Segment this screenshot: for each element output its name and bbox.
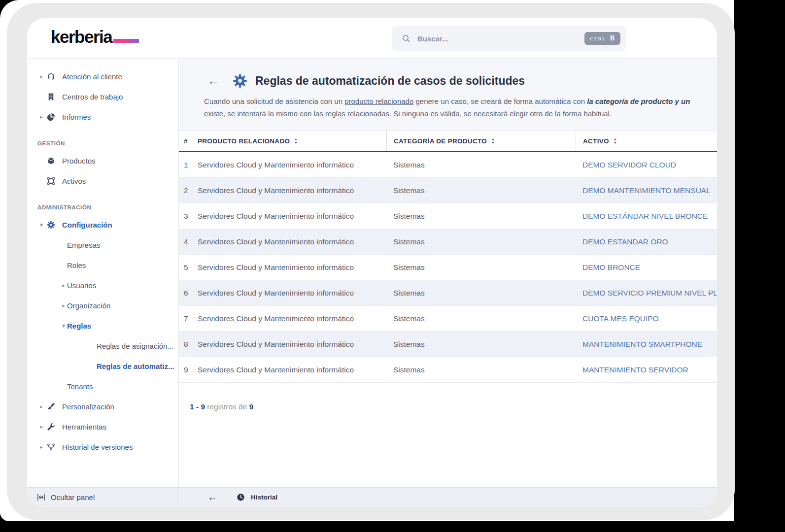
sidebar-item[interactable]: Tenants [27,376,178,397]
page-description-line1: Cuando una solicitud de asistencia con u… [204,95,717,107]
table-row[interactable]: 4Servidores Cloud y Mantenimiento inform… [179,229,717,255]
sidebar-item-label: Reglas de automatiz... [97,362,174,370]
chevron-right-icon[interactable]: ▸ [38,73,45,80]
sidebar-item[interactable]: Productos [27,151,178,171]
hide-panel-button[interactable]: Ocultar panel [27,487,178,507]
history-button[interactable]: Historial [251,494,277,501]
collapse-panel-icon [37,493,45,501]
sidebar-item[interactable]: Reglas de automatiz... [27,356,178,376]
table-row[interactable]: 2Servidores Cloud y Mantenimiento inform… [179,178,717,203]
row-number-cell: 3 [179,212,198,221]
sidebar-item-label: Activos [62,177,86,185]
sidebar-item-label: Personalización [62,402,114,411]
activo-link[interactable]: DEMO SERVICIO PREMIUM NIVEL PL [576,289,717,298]
sidebar-item[interactable]: Empresas [27,235,178,255]
activo-link[interactable]: DEMO BRONCE [576,263,717,272]
page-title: Reglas de automatización de casos de sol… [255,74,525,88]
back-arrow-button[interactable]: ← [207,75,219,87]
producto-relacionado-cell: Servidores Cloud y Mantenimiento informá… [198,263,386,272]
hide-panel-label: Ocultar panel [51,493,95,501]
sidebar-item-label: Atención al cliente [62,72,122,81]
categoria-cell: Sistemas [386,237,576,246]
producto-relacionado-link[interactable]: producto relacionado [344,97,413,105]
producto-relacionado-cell: Servidores Cloud y Mantenimiento informá… [198,289,386,298]
table-row[interactable]: 1Servidores Cloud y Mantenimiento inform… [179,152,717,178]
activo-link[interactable]: MANTENIMIENTO SERVIDOR [576,366,717,374]
sidebar-item[interactable]: ▸Personalización [27,397,178,417]
sidebar-item[interactable]: Roles [27,255,178,275]
main-content: ← Reglas de automatización de casos de s… [179,59,717,507]
search-input[interactable]: Buscar... CTRL B [392,26,626,51]
chevron-down-icon[interactable]: ▾ [38,222,45,228]
desc-text: genere un caso, se creará de forma autom… [413,97,587,105]
table-row[interactable]: 6Servidores Cloud y Mantenimiento inform… [179,280,717,306]
row-number-cell: 7 [179,314,198,323]
desc-emphasis: la categoría de producto y un [587,97,690,105]
column-header-num: # [179,131,198,151]
sort-icon[interactable] [491,138,495,144]
page-description-line2: existe, se intentará lo mismo con las re… [204,107,717,120]
table-row[interactable]: 3Servidores Cloud y Mantenimiento inform… [179,203,717,229]
records-middle: registros de [207,402,247,411]
sidebar-item[interactable]: Reglas de asignación... [27,336,178,356]
row-number-cell: 9 [179,366,198,374]
records-total: 9 [249,402,254,411]
column-header-categoria[interactable]: CATEGORÍA DE PRODUCTO [386,131,576,151]
brand-logo[interactable]: kerberia [51,27,139,47]
row-number-cell: 6 [179,289,198,298]
table-header-row: # PRODUCTO RELACIONADO CATEGORÍA DE PROD… [179,130,717,152]
sidebar-item[interactable]: ▸Atención al cliente [27,66,178,87]
chevron-down-icon[interactable]: ▾ [60,323,67,329]
activo-link[interactable]: MANTENIMIENTO SMARTPHONE [576,340,717,349]
row-number-cell: 4 [179,237,198,246]
table-row[interactable]: 5Servidores Cloud y Mantenimiento inform… [179,255,717,280]
chevron-right-icon[interactable]: ▸ [60,282,67,289]
main-spacer [179,411,717,487]
sidebar-item[interactable]: ▸Historial de versiones [27,437,178,457]
activo-link[interactable]: CUOTA MES EQUIPO [576,314,717,323]
sidebar-item[interactable]: ▸Usuarios [27,275,178,296]
history-clock-icon [237,493,245,501]
chevron-right-icon[interactable]: ▸ [60,302,67,309]
row-number-cell: 2 [179,186,198,195]
sidebar-item[interactable]: Centros de trabajo [27,87,178,107]
sidebar-item-label: Centros de trabajo [62,93,123,101]
table-row[interactable]: 9Servidores Cloud y Mantenimiento inform… [179,357,717,383]
sidebar-item[interactable]: Activos [27,171,178,191]
column-header-activo[interactable]: ACTIVO [576,131,717,151]
chevron-right-icon[interactable]: ▸ [38,403,45,410]
sidebar-item[interactable]: ▾Reglas [27,316,178,336]
sidebar-item[interactable]: ▸Organización [27,296,178,316]
activo-link[interactable]: DEMO SERVIDOR CLOUD [576,161,717,169]
activo-link[interactable]: DEMO ESTÁNDAR NIVEL BRONCE [576,212,717,221]
sidebar-item-label: Roles [67,261,86,269]
page-header: ← Reglas de automatización de casos de s… [179,59,717,130]
table-row[interactable]: 8Servidores Cloud y Mantenimiento inform… [179,332,717,357]
categoria-cell: Sistemas [386,366,576,374]
activo-link[interactable]: DEMO ESTANDAR ORO [576,237,717,246]
sort-icon[interactable] [613,138,617,144]
paintbrush-icon [47,402,55,411]
sidebar-item-label: Historial de versiones [62,443,133,451]
chevron-right-icon[interactable]: ▸ [38,444,45,450]
table-row[interactable]: 7Servidores Cloud y Mantenimiento inform… [179,306,717,332]
sidebar-item[interactable]: ▸Herramientas [27,417,178,437]
building-icon [47,93,55,101]
sort-icon[interactable] [294,138,298,144]
chevron-right-icon[interactable]: ▸ [38,114,45,120]
categoria-cell: Sistemas [386,263,576,272]
column-header-producto[interactable]: PRODUCTO RELACIONADO [198,131,386,151]
cube-icon [47,157,55,165]
sidebar-item[interactable]: ▾Configuración [27,215,178,235]
categoria-cell: Sistemas [386,186,576,195]
categoria-cell: Sistemas [386,212,576,221]
sidebar-item-label: Reglas de asignación... [97,342,173,350]
chevron-right-icon[interactable]: ▸ [38,424,45,430]
activo-link[interactable]: DEMO MANTENIMIENTO MENSUAL [576,186,717,195]
footer-back-arrow-button[interactable]: ← [207,492,217,503]
sidebar-section-label: GESTIÓN [27,136,178,151]
sidebar-item-label: Herramientas [62,423,106,431]
categoria-cell: Sistemas [386,161,576,169]
sidebar-item-label: Tenants [67,382,93,391]
sidebar-item[interactable]: ▸Informes [27,107,178,127]
